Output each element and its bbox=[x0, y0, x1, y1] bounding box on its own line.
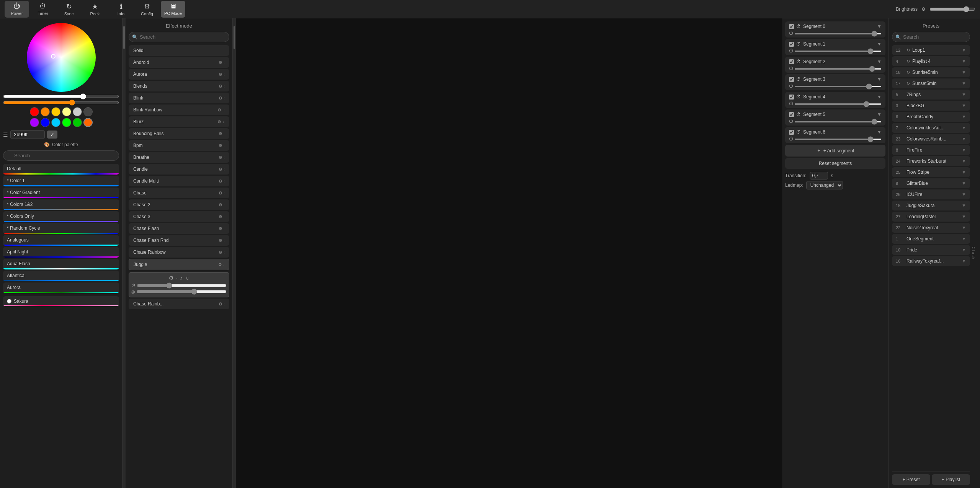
effect-item[interactable]: Aurora⚙ : bbox=[129, 69, 229, 80]
peek-button[interactable]: ★ Peek bbox=[83, 1, 107, 18]
reset-segments-button[interactable]: Reset segments bbox=[785, 158, 885, 169]
segment-brightness-slider[interactable] bbox=[795, 51, 882, 52]
power-button[interactable]: ⏻ Power bbox=[5, 1, 29, 18]
palette-search-input[interactable] bbox=[3, 150, 119, 161]
preset-item[interactable]: 6 BreathCandy ▼ bbox=[892, 112, 970, 122]
preset-item[interactable]: 25 Flow Stripe ▼ bbox=[892, 167, 970, 177]
palette-item[interactable]: * Colors Only bbox=[3, 211, 119, 222]
preset-item[interactable]: 15 JuggleSakura ▼ bbox=[892, 201, 970, 211]
segment-checkbox[interactable] bbox=[789, 130, 794, 135]
config-button[interactable]: ⚙ Config bbox=[135, 1, 159, 18]
segment-brightness-slider[interactable] bbox=[795, 103, 882, 105]
preset-item[interactable]: 12 ↻ Loop1 ▼ bbox=[892, 45, 970, 55]
brightness-slider[interactable] bbox=[929, 6, 975, 12]
sakura-palette-item[interactable]: Sakura bbox=[3, 296, 119, 306]
preset-item[interactable]: 1 OneSegment ▼ bbox=[892, 234, 970, 244]
juggle-wave-icon[interactable]: ♫ bbox=[185, 275, 189, 281]
swatch-green[interactable] bbox=[62, 118, 71, 127]
palette-item[interactable]: * Colors 1&2 bbox=[3, 199, 119, 210]
preset-item[interactable]: 17 ↻ Sunset5min ▼ bbox=[892, 78, 970, 88]
segment-expand-icon[interactable]: ▼ bbox=[877, 24, 882, 29]
swatch-yellow[interactable] bbox=[51, 107, 60, 116]
effect-item[interactable]: Chase Rainb...⚙ : bbox=[129, 299, 229, 309]
effect-item[interactable]: Solid bbox=[129, 45, 229, 56]
juggle-palette-icon[interactable]: ⚙ bbox=[169, 275, 174, 281]
preset-expand-icon[interactable]: ▼ bbox=[962, 247, 966, 253]
swatch-purple[interactable] bbox=[30, 118, 39, 127]
swatch-lightyellow[interactable] bbox=[62, 107, 71, 116]
segment-expand-icon[interactable]: ▼ bbox=[877, 77, 882, 82]
preset-item[interactable]: 5 7Rings ▼ bbox=[892, 90, 970, 100]
pcmode-button[interactable]: 🖥 PC Mode bbox=[161, 1, 185, 18]
juggle-speed-slider[interactable] bbox=[137, 282, 227, 289]
preset-expand-icon[interactable]: ▼ bbox=[962, 258, 966, 264]
add-segment-button[interactable]: ＋ + Add segment bbox=[785, 145, 885, 157]
transition-input[interactable] bbox=[810, 172, 828, 180]
preset-expand-icon[interactable]: ▼ bbox=[962, 92, 966, 97]
preset-expand-icon[interactable]: ▼ bbox=[962, 170, 966, 175]
preset-expand-icon[interactable]: ▼ bbox=[962, 225, 966, 230]
segment-checkbox[interactable] bbox=[789, 42, 794, 47]
segment-expand-icon[interactable]: ▼ bbox=[877, 129, 882, 135]
preset-item[interactable]: 26 ICUFire ▼ bbox=[892, 189, 970, 199]
effect-item[interactable]: Blurz⚙ ♪ bbox=[129, 116, 229, 127]
segment-brightness-slider[interactable] bbox=[795, 68, 882, 70]
preset-expand-icon[interactable]: ▼ bbox=[962, 125, 966, 131]
effect-item[interactable]: Chase Flash Rnd⚙ : bbox=[129, 235, 229, 246]
effect-item[interactable]: Chase⚙ : bbox=[129, 188, 229, 198]
add-playlist-button[interactable]: + Playlist bbox=[932, 474, 970, 485]
palette-item[interactable]: Aqua Flash bbox=[3, 259, 119, 269]
segment-expand-icon[interactable]: ▼ bbox=[877, 59, 882, 64]
preset-item[interactable]: 10 Pride ▼ bbox=[892, 245, 970, 255]
effect-item[interactable]: Chase Flash⚙ : bbox=[129, 223, 229, 234]
preset-expand-icon[interactable]: ▼ bbox=[962, 236, 966, 242]
preset-item[interactable]: 24 Fireworks Starburst ▼ bbox=[892, 156, 970, 166]
segment-brightness-slider[interactable] bbox=[795, 121, 882, 122]
preset-expand-icon[interactable]: ▼ bbox=[962, 114, 966, 119]
effect-item[interactable]: Chase 3⚙ : bbox=[129, 211, 229, 222]
palette-item[interactable]: * Random Cycle bbox=[3, 223, 119, 234]
preset-item[interactable]: 9 GlitterBlue ▼ bbox=[892, 178, 970, 188]
segment-brightness-slider[interactable] bbox=[795, 86, 882, 87]
effect-item[interactable]: Blink Rainbow⚙ ·: bbox=[129, 104, 229, 115]
swatch-orange[interactable] bbox=[41, 107, 50, 116]
preset-expand-icon[interactable]: ▼ bbox=[962, 214, 966, 219]
presets-search-input[interactable] bbox=[892, 32, 970, 42]
hex-input[interactable]: 2b99ff bbox=[10, 130, 45, 139]
preset-item[interactable]: 8 FireFire ▼ bbox=[892, 145, 970, 155]
segment-checkbox[interactable] bbox=[789, 24, 794, 29]
effect-item[interactable]: Chase 2⚙ : bbox=[129, 199, 229, 210]
juggle-note-icon[interactable]: ♪ bbox=[180, 275, 183, 281]
preset-item[interactable]: 3 BlackBG ▼ bbox=[892, 101, 970, 111]
palette-item[interactable]: Atlantica bbox=[3, 271, 119, 281]
segment-expand-icon[interactable]: ▼ bbox=[877, 41, 882, 47]
sat-slider[interactable] bbox=[3, 101, 119, 104]
preset-expand-icon[interactable]: ▼ bbox=[962, 181, 966, 186]
preset-item[interactable]: 4 ↻ Playlist 4 ▼ bbox=[892, 56, 970, 66]
swatch-lightgray[interactable] bbox=[73, 107, 82, 116]
effect-item[interactable]: Blends⚙ : bbox=[129, 81, 229, 91]
preset-expand-icon[interactable]: ▼ bbox=[962, 203, 966, 208]
palette-item[interactable]: Aurora bbox=[3, 282, 119, 293]
preset-expand-icon[interactable]: ▼ bbox=[962, 136, 966, 142]
segment-checkbox[interactable] bbox=[789, 112, 794, 117]
juggle-dot-icon[interactable]: · bbox=[176, 275, 178, 281]
hue-slider[interactable] bbox=[3, 95, 119, 98]
palette-item[interactable]: Default bbox=[3, 164, 119, 175]
preset-expand-icon[interactable]: ▼ bbox=[962, 81, 966, 86]
swatch-blue[interactable] bbox=[41, 118, 50, 127]
segment-brightness-slider[interactable] bbox=[795, 33, 882, 34]
ledmap-select[interactable]: Unchanged bbox=[806, 181, 843, 189]
swatch-red[interactable] bbox=[30, 107, 39, 116]
segment-brightness-slider[interactable] bbox=[795, 139, 882, 140]
timer-button[interactable]: ⏱ Timer bbox=[31, 1, 55, 18]
swatch-darkgray[interactable] bbox=[83, 107, 93, 116]
preset-expand-icon[interactable]: ▼ bbox=[962, 70, 966, 75]
preset-item[interactable]: 23 ColorwavesRainb... ▼ bbox=[892, 134, 970, 144]
effect-item[interactable]: Breathe⚙ : bbox=[129, 152, 229, 163]
scrollbar-2[interactable] bbox=[233, 18, 236, 488]
preset-expand-icon[interactable]: ▼ bbox=[962, 147, 966, 153]
effect-item[interactable]: Chase Rainbow⚙ : bbox=[129, 247, 229, 258]
segment-checkbox[interactable] bbox=[789, 59, 794, 64]
segment-expand-icon[interactable]: ▼ bbox=[877, 94, 882, 100]
